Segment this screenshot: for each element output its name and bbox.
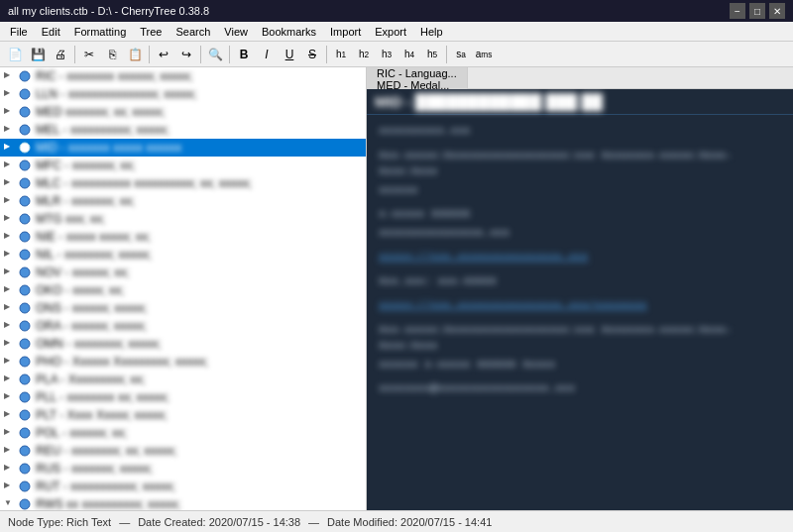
node-icon-ora (18, 319, 32, 333)
tree-item-mfc[interactable]: ▶MFC - xxxxxxx; xx; (0, 157, 366, 174)
tree-item-reu[interactable]: ▶REU - xxxxxxxx; xx; xxxxx; (0, 442, 366, 460)
expand-icon-pla: ▶ (4, 373, 16, 385)
h2-btn[interactable]: h2 (353, 44, 375, 65)
tree-item-rus[interactable]: ▶RUS - xxxxxxx; xxxxx; (0, 460, 366, 478)
node-text-pla: PLA - Xxxxxxxxx; xx; (36, 372, 146, 386)
expand-icon-rut: ▶ (4, 480, 16, 492)
tree-item-lln[interactable]: ▶LLN - xxxxxxxxxxxxxxx; xxxxx; (0, 85, 366, 103)
undo-btn[interactable]: ↩ (153, 44, 174, 65)
maximize-button[interactable]: □ (749, 3, 765, 19)
menu-item-export[interactable]: Export (369, 25, 412, 39)
menu-item-edit[interactable]: Edit (36, 25, 66, 39)
expand-icon-mfc: ▶ (4, 160, 16, 171)
title-bar: all my clients.ctb - D:\ - CherryTree 0.… (0, 0, 793, 22)
expand-icon-rus: ▶ (4, 463, 16, 475)
node-text-mid: MID - xxxxxxx xxxxx xxxxxx (36, 141, 181, 155)
h1-btn[interactable]: h1 (330, 44, 352, 65)
node-icon-mtg (18, 212, 32, 226)
tree-item-oko[interactable]: ▶OKO - xxxxx; xx; (0, 281, 366, 299)
tree-item-mid[interactable]: ▶MID - xxxxxxx xxxxx xxxxxx (0, 139, 366, 157)
tree-item-pla[interactable]: ▶PLA - Xxxxxxxxx; xx; (0, 371, 366, 388)
node-icon-nov (18, 266, 32, 279)
node-text-nov: NOV - xxxxxx; xx; (36, 266, 130, 279)
tree-item-med[interactable]: ▶MED xxxxxxx; xx; xxxxx; (0, 103, 366, 121)
tree-item-plt[interactable]: ▶PLT - Xxxx Xxxxx; xxxxx; (0, 406, 366, 424)
svg-point-10 (20, 250, 30, 260)
tree-item-pho[interactable]: ▶PHO - Xxxxxx Xxxxxxxxx; xxxxx; (0, 353, 366, 371)
svg-point-21 (20, 446, 30, 456)
node-text-med: MED xxxxxxx; xx; xxxxx; (36, 105, 166, 119)
underline-btn[interactable]: U (279, 44, 300, 65)
tree-panel[interactable]: ▶RIC - xxxxxxxx xxxxxx; xxxxx;▶LLN - xxx… (0, 67, 367, 510)
print-btn[interactable]: 🖨 (50, 44, 71, 65)
expand-icon-reu: ▶ (4, 445, 16, 457)
tree-item-rws[interactable]: ▼RWS xx xxxxxxxxxx; xxxxx; (0, 495, 366, 510)
h4-btn[interactable]: h4 (398, 44, 420, 65)
breadcrumb-tab-0[interactable]: RIC - Languag... (367, 67, 468, 79)
sep2 (149, 46, 150, 63)
svg-point-13 (20, 303, 30, 313)
tree-item-ora[interactable]: ▶ORA - xxxxxx; xxxxx; (0, 317, 366, 335)
subscript-btn[interactable]: ams (473, 44, 495, 65)
menu-item-file[interactable]: File (4, 25, 34, 39)
sep3 (200, 46, 201, 63)
redo-btn[interactable]: ↪ (175, 44, 197, 65)
expand-icon-ora: ▶ (4, 320, 16, 332)
content-panel: RIC - Languag...MED - Medal...MEL - Melc… (367, 67, 793, 510)
save-btn[interactable]: 💾 (27, 44, 49, 65)
paste-btn[interactable]: 📋 (124, 44, 146, 65)
svg-point-9 (20, 232, 30, 242)
tree-item-nie[interactable]: ▶NIE - xxxxx xxxxx; xx; (0, 228, 366, 246)
status-bar: Node Type: Rich Text — Date Created: 202… (0, 510, 793, 532)
tree-item-nov[interactable]: ▶NOV - xxxxxx; xx; (0, 264, 366, 281)
tree-item-omn[interactable]: ▶OMN - xxxxxxxx; xxxxx; (0, 335, 366, 353)
node-text-rus: RUS - xxxxxxx; xxxxx; (36, 462, 153, 476)
superscript-btn[interactable]: sa (450, 44, 472, 65)
tree-item-pll[interactable]: ▶PLL - xxxxxxxx xx; xxxxx; (0, 388, 366, 406)
tree-item-nil[interactable]: ▶NIL - xxxxxxxx; xxxxx; (0, 246, 366, 264)
tree-item-mel[interactable]: ▶MEL - xxxxxxxxxx; xxxxx; (0, 121, 366, 139)
content-view[interactable]: xxxxxxxxxx.xxxXxx-xxxxx:Xxxxxxxxxxxxxxxx… (367, 115, 793, 510)
node-text-ric: RIC - xxxxxxxx xxxxxx; xxxxx; (36, 69, 193, 83)
node-text-mfc: MFC - xxxxxxx; xx; (36, 159, 136, 172)
copy-btn[interactable]: ⎘ (101, 44, 123, 65)
sep6 (446, 46, 447, 63)
close-button[interactable]: ✕ (769, 3, 785, 19)
node-text-mtg: MTG xxx; xx; (36, 212, 105, 226)
content-line-14: Xxx-xxxxx:Xxxxxxxxxxxxxxxxxxx:xxx Xxxxxx… (379, 322, 781, 355)
tree-item-mtg[interactable]: ▶MTG xxx; xx; (0, 210, 366, 228)
search-btn[interactable]: 🔍 (204, 44, 226, 65)
tree-item-mlr[interactable]: ▶MLR - xxxxxxx; xx; (0, 192, 366, 210)
bold-btn[interactable]: B (233, 44, 255, 65)
italic-btn[interactable]: I (256, 44, 278, 65)
h5-btn[interactable]: h5 (421, 44, 443, 65)
svg-point-5 (20, 160, 30, 170)
strike-btn[interactable]: S (301, 44, 323, 65)
node-icon-rus (18, 462, 32, 476)
node-icon-nie (18, 230, 32, 244)
new-file-btn[interactable]: 📄 (4, 44, 26, 65)
cut-btn[interactable]: ✂ (78, 44, 100, 65)
h3-btn[interactable]: h3 (376, 44, 397, 65)
menu-item-import[interactable]: Import (324, 25, 367, 39)
minimize-button[interactable]: − (730, 3, 745, 19)
menu-item-bookmarks[interactable]: Bookmarks (256, 25, 322, 39)
tree-item-mlc[interactable]: ▶MLC - xxxxxxxxxx xxxxxxxxxx; xx; xxxxx; (0, 174, 366, 192)
tree-item-rut[interactable]: ▶RUT - xxxxxxxxxxx; xxxxx; (0, 478, 366, 495)
menu-item-tree[interactable]: Tree (134, 25, 168, 39)
expand-icon-rws: ▼ (4, 498, 16, 510)
tree-item-ric[interactable]: ▶RIC - xxxxxxxx xxxxxx; xxxxx; (0, 67, 366, 85)
svg-point-8 (20, 214, 30, 224)
tree-item-ons[interactable]: ▶ONS - xxxxxx; xxxxx; (0, 299, 366, 317)
node-text-omn: OMN - xxxxxxxx; xxxxx; (36, 337, 162, 351)
tree-item-pol[interactable]: ▶POL - xxxxxx; xx; (0, 424, 366, 442)
expand-icon-ons: ▶ (4, 302, 16, 314)
svg-point-24 (20, 499, 30, 509)
menu-item-search[interactable]: Search (170, 25, 217, 39)
menu-item-help[interactable]: Help (414, 25, 449, 39)
expand-icon-omn: ▶ (4, 338, 16, 350)
node-text-mlc: MLC - xxxxxxxxxx xxxxxxxxxx; xx; xxxxx; (36, 176, 252, 190)
menu-item-formatting[interactable]: Formatting (68, 25, 133, 39)
svg-point-1 (20, 89, 30, 99)
menu-item-view[interactable]: View (218, 25, 254, 39)
